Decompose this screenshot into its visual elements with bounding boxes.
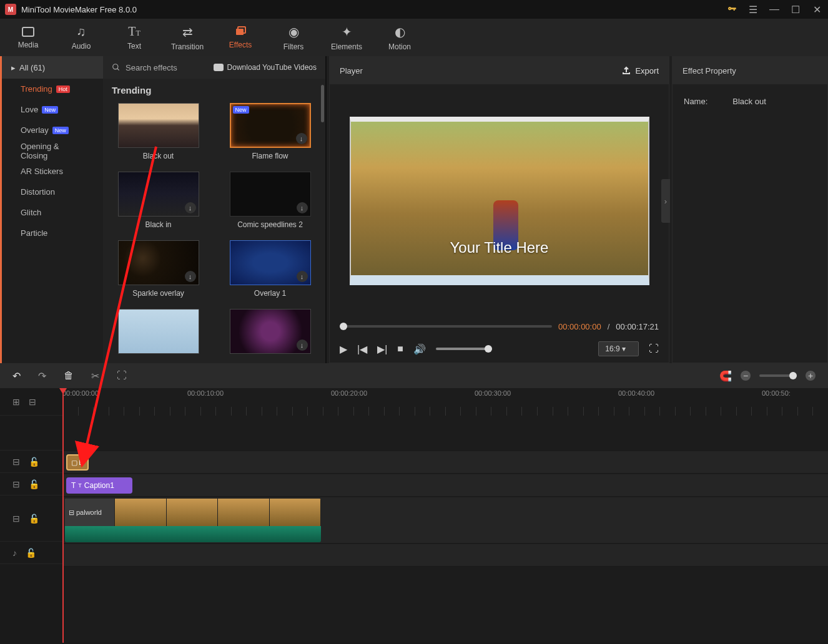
- clip-effect[interactable]: ▢ B: [66, 454, 89, 471]
- aspect-select[interactable]: 16:9 ▾: [598, 341, 639, 356]
- split-button[interactable]: ✂: [91, 370, 99, 382]
- svg-rect-1: [236, 29, 244, 35]
- track-audio-icon: ♪: [12, 548, 17, 558]
- key-icon[interactable]: [726, 3, 738, 16]
- timeline-track-empty[interactable]: [62, 416, 828, 451]
- redo-button[interactable]: ↷: [38, 370, 46, 382]
- lock-icon[interactable]: 🔓: [29, 479, 39, 489]
- close-icon[interactable]: ✕: [811, 3, 823, 16]
- hot-badge: Hot: [56, 85, 70, 93]
- new-badge: New: [42, 106, 58, 114]
- download-icon[interactable]: ↓: [185, 202, 196, 213]
- effect-card-overlay1[interactable]: ↓Overlay 1: [224, 240, 317, 298]
- svg-line-4: [117, 69, 119, 71]
- tab-effects[interactable]: Effects: [222, 26, 259, 49]
- tab-motion[interactable]: ◐Motion: [381, 24, 418, 51]
- tab-elements[interactable]: ✦Elements: [328, 24, 365, 51]
- titlebar: M MiniTool MovieMaker Free 8.0.0 ☰ — ☐ ✕: [0, 0, 828, 19]
- download-youtube-button[interactable]: Download YouTube Videos: [214, 63, 317, 72]
- effect-card-7[interactable]: [112, 309, 205, 354]
- svg-rect-5: [214, 64, 224, 71]
- timeline-track-audio[interactable]: [62, 544, 828, 567]
- download-icon[interactable]: ↓: [185, 271, 196, 282]
- export-button[interactable]: Export: [621, 66, 659, 76]
- magnet-icon[interactable]: 🧲: [719, 370, 732, 382]
- player-panel: Player Export Your Title Here › 00:00:00…: [329, 56, 669, 363]
- sidebar-item-distortion[interactable]: Distortion: [2, 182, 103, 202]
- undo-button[interactable]: ↶: [12, 370, 21, 382]
- effects-heading: Trending: [112, 85, 317, 95]
- fullscreen-button[interactable]: ⛶: [649, 343, 659, 354]
- app-title: MiniTool MovieMaker Free 8.0.0: [21, 5, 137, 14]
- time-current: 00:00:00:00: [558, 322, 601, 331]
- effect-card-flameflow[interactable]: New↓Flame flow: [224, 103, 317, 160]
- prop-name-value: Black out: [732, 97, 766, 106]
- svg-rect-0: [22, 27, 34, 36]
- collapse-icon[interactable]: ⊟: [29, 397, 36, 407]
- minimize-icon[interactable]: —: [768, 3, 781, 16]
- volume-slider[interactable]: [436, 348, 492, 350]
- sidebar-item-particle[interactable]: Particle: [2, 223, 103, 243]
- download-icon[interactable]: ↓: [297, 202, 308, 213]
- timeline-track-video[interactable]: ⊟ palworld: [62, 497, 828, 544]
- clip-video[interactable]: ⊟ palworld: [65, 499, 321, 542]
- time-total: 00:00:17:21: [616, 322, 659, 331]
- ruler[interactable]: 00:00:00:00 00:00:10:00 00:00:20:00 00:0…: [62, 388, 828, 416]
- tab-text[interactable]: TTText: [116, 24, 153, 51]
- effect-card-blackout[interactable]: Black out: [112, 103, 205, 160]
- zoom-in-button[interactable]: +: [806, 371, 816, 381]
- tab-filters[interactable]: ◉Filters: [275, 24, 312, 51]
- lock-icon[interactable]: 🔓: [26, 548, 36, 558]
- expand-handle[interactable]: ›: [661, 179, 670, 223]
- effects-sidebar: ▸ All (61) TrendingHot LoveNew OverlayNe…: [0, 56, 103, 363]
- effects-panel: ▸ All (61) TrendingHot LoveNew OverlayNe…: [0, 56, 327, 363]
- sidebar-item-trending[interactable]: TrendingHot: [2, 79, 103, 99]
- zoom-out-button[interactable]: −: [741, 371, 751, 381]
- download-icon[interactable]: ↓: [297, 339, 308, 351]
- scrollbar[interactable]: [321, 85, 324, 122]
- timeline-track-effect[interactable]: ▢ B: [62, 451, 828, 474]
- sidebar-item-love[interactable]: LoveNew: [2, 99, 103, 120]
- main-tabs: Media ♫Audio TTText ⇄Transition Effects …: [0, 19, 828, 56]
- delete-button[interactable]: 🗑: [64, 370, 74, 381]
- maximize-icon[interactable]: ☐: [789, 3, 802, 16]
- sidebar-item-arstickers[interactable]: AR Stickers: [2, 161, 103, 182]
- preview-title-text: Your Title Here: [450, 239, 549, 256]
- sidebar-item-glitch[interactable]: Glitch: [2, 202, 103, 223]
- new-badge: New: [52, 127, 69, 134]
- prop-name-label: Name:: [684, 97, 707, 106]
- sidebar-item-overlay[interactable]: OverlayNew: [2, 120, 103, 140]
- volume-icon[interactable]: 🔊: [413, 343, 426, 355]
- download-icon[interactable]: ↓: [297, 271, 308, 282]
- effect-card-sparkle[interactable]: ↓Sparkle overlay: [112, 240, 205, 298]
- tab-media[interactable]: Media: [9, 26, 47, 49]
- tab-transition[interactable]: ⇄Transition: [169, 24, 206, 51]
- lock-icon[interactable]: 🔓: [29, 514, 39, 524]
- crop-button[interactable]: ⛶: [117, 370, 127, 381]
- svg-point-3: [113, 64, 118, 69]
- sidebar-all[interactable]: ▸ All (61): [2, 56, 103, 79]
- effect-card-blackin[interactable]: ↓Black in: [112, 172, 205, 229]
- playhead[interactable]: [62, 388, 64, 643]
- timeline-track-text[interactable]: TT Caption1: [62, 474, 828, 497]
- timeline: ⊞⊟ ⊟🔓 ⊟🔓 ⊟🔓 ♪🔓 00:00:00:00 00:00:10:00 0…: [0, 388, 828, 643]
- clip-caption[interactable]: TT Caption1: [66, 477, 132, 494]
- download-icon[interactable]: ↓: [296, 133, 307, 144]
- effect-card-comic[interactable]: ↓Comic speedlines 2: [224, 172, 317, 229]
- lock-icon[interactable]: 🔓: [29, 457, 39, 467]
- prev-frame-button[interactable]: |◀: [357, 343, 367, 355]
- timeline-toolbar: ↶ ↷ 🗑 ✂ ⛶ 🧲 − +: [0, 363, 828, 388]
- add-track-icon[interactable]: ⊞: [12, 397, 20, 407]
- stop-button[interactable]: ■: [397, 343, 403, 354]
- play-button[interactable]: ▶: [340, 343, 347, 355]
- menu-icon[interactable]: ☰: [747, 3, 759, 16]
- zoom-slider[interactable]: [759, 374, 797, 377]
- track-video-icon: ⊟: [12, 479, 20, 489]
- tab-audio[interactable]: ♫Audio: [62, 24, 100, 51]
- effect-card-8[interactable]: ↓: [224, 309, 317, 354]
- next-frame-button[interactable]: ▶|: [377, 343, 387, 355]
- preview-viewport[interactable]: Your Title Here: [350, 117, 649, 285]
- sidebar-item-opening[interactable]: Opening & Closing: [2, 140, 103, 161]
- seek-bar[interactable]: [340, 325, 552, 328]
- search-input[interactable]: Search effects: [112, 63, 177, 72]
